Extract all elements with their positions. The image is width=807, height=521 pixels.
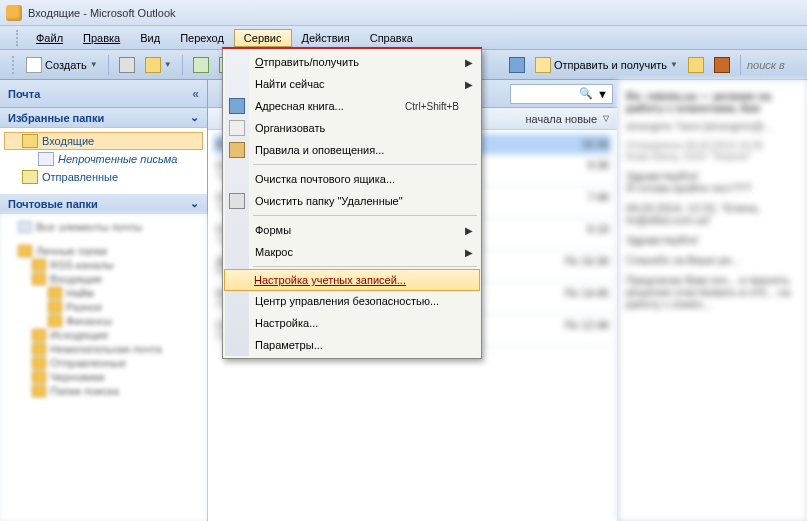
send-receive-label: Отправить и получить xyxy=(554,59,667,71)
mi-label: Адресная книга... xyxy=(255,100,344,112)
favorites-label: Избранные папки xyxy=(8,112,104,124)
menu-highlight-bar xyxy=(222,47,482,49)
menu-customize[interactable]: Настройка... xyxy=(225,312,479,334)
reading-pane: Re: rabota.ua — резюме на работу с клиен… xyxy=(617,80,807,521)
chevron-icon[interactable]: ⌄ xyxy=(190,197,199,210)
navigation-pane: Почта « Избранные папки ⌄ Входящие Непро… xyxy=(0,80,208,521)
mail-folders-header[interactable]: Почтовые папки ⌄ xyxy=(0,194,207,214)
folder-button[interactable] xyxy=(684,55,708,75)
chevron-down-icon[interactable]: ▼ xyxy=(670,60,678,69)
mi-label: Центр управления безопасностью... xyxy=(255,295,439,307)
mail-header-label: Почта xyxy=(8,88,40,100)
toolbar-grip[interactable] xyxy=(12,56,18,74)
inbox-label: Входящие xyxy=(42,135,94,147)
reading-subject: Re: rabota.ua — резюме на работу с клиен… xyxy=(626,90,799,114)
rules-icon xyxy=(229,142,245,158)
separator xyxy=(740,55,741,75)
menu-separator xyxy=(253,164,477,165)
menu-options[interactable]: Параметры... xyxy=(225,334,479,356)
menu-edit[interactable]: Правка xyxy=(73,29,130,47)
mi-label: Формы xyxy=(255,224,291,236)
help-button[interactable] xyxy=(710,55,734,75)
outlook-icon xyxy=(6,5,22,21)
menu-account-settings[interactable]: Настройка учетных записей... xyxy=(224,269,480,291)
menu-empty-deleted[interactable]: Очистить папку "Удаленные" xyxy=(225,190,479,212)
menu-service[interactable]: Сервис xyxy=(234,29,292,47)
favorite-folders: Входящие Непрочтенные письма Отправленны… xyxy=(0,128,207,194)
mi-label: тправить/получить xyxy=(264,56,359,68)
reply-button[interactable] xyxy=(189,55,213,75)
menu-trust-center[interactable]: Центр управления безопасностью... xyxy=(225,290,479,312)
organize-icon xyxy=(229,120,245,136)
mi-label: Настройка... xyxy=(255,317,318,329)
menu-view[interactable]: Вид xyxy=(130,29,170,47)
collapse-icon[interactable]: « xyxy=(192,87,199,101)
menu-organize[interactable]: Организовать xyxy=(225,117,479,139)
submenu-arrow-icon: ▶ xyxy=(465,247,473,258)
menu-find-now[interactable]: Найти сейчас ▶ xyxy=(225,73,479,95)
mi-label: Организовать xyxy=(255,122,325,134)
chevron-down-icon[interactable]: ▽ xyxy=(603,114,609,123)
menu-actions[interactable]: Действия xyxy=(292,29,360,47)
submenu-arrow-icon: ▶ xyxy=(465,79,473,90)
menu-go[interactable]: Переход xyxy=(170,29,234,47)
chevron-down-icon[interactable]: ▼ xyxy=(90,60,98,69)
menu-address-book[interactable]: Адресная книга... Ctrl+Shift+B xyxy=(225,95,479,117)
sort-label: начала новые xyxy=(526,113,597,125)
favorites-header[interactable]: Избранные папки ⌄ xyxy=(0,108,207,128)
folder-unread[interactable]: Непрочтенные письма xyxy=(4,150,203,168)
service-menu: Отправить/получить ▶ Найти сейчас ▶ Адре… xyxy=(222,48,482,359)
menu-macros[interactable]: Макрос ▶ xyxy=(225,241,479,263)
search-input[interactable] xyxy=(747,59,807,71)
window-title: Входящие - Microsoft Outlook xyxy=(28,7,176,19)
chevron-down-icon[interactable]: ▼ xyxy=(164,60,172,69)
mail-panel-header[interactable]: Почта « xyxy=(0,80,207,108)
create-label: Создать xyxy=(45,59,87,71)
mi-shortcut: Ctrl+Shift+B xyxy=(405,101,459,112)
mi-label: Настройка учетных записей... xyxy=(254,274,406,286)
address-book-button[interactable] xyxy=(505,55,529,75)
folder-sent[interactable]: Отправленные xyxy=(4,168,203,186)
print-icon xyxy=(119,57,135,73)
menu-forms[interactable]: Формы ▶ xyxy=(225,219,479,241)
submenu-arrow-icon: ▶ xyxy=(465,57,473,68)
categories-button[interactable]: ▼ xyxy=(141,55,176,75)
menu-separator xyxy=(253,266,477,267)
folder-icon xyxy=(688,57,704,73)
folders-label: Почтовые папки xyxy=(8,198,98,210)
help-book-icon xyxy=(714,57,730,73)
menubar-grip[interactable] xyxy=(16,30,22,46)
separator xyxy=(182,55,183,75)
mi-label: Найти сейчас xyxy=(255,78,325,90)
print-button[interactable] xyxy=(115,55,139,75)
create-button[interactable]: Создать ▼ xyxy=(22,55,102,75)
separator xyxy=(108,55,109,75)
chevron-icon[interactable]: ⌄ xyxy=(190,111,199,124)
mi-label: Очистить папку "Удаленные" xyxy=(255,195,403,207)
send-receive-icon xyxy=(535,57,551,73)
reading-from: strangere Таня [strangere@... xyxy=(626,120,799,132)
menu-rules[interactable]: Правила и оповещения... xyxy=(225,139,479,161)
categories-icon xyxy=(145,57,161,73)
unread-label: Непрочтенные письма xyxy=(58,153,177,165)
search-folder-icon xyxy=(38,152,54,166)
list-search[interactable]: 🔍 ▼ xyxy=(510,84,613,104)
search-icon[interactable]: 🔍 xyxy=(579,87,593,100)
address-book-icon xyxy=(509,57,525,73)
folder-inbox[interactable]: Входящие xyxy=(4,132,203,150)
trash-icon xyxy=(229,193,245,209)
menu-file[interactable]: Файл xyxy=(26,29,73,47)
menu-help[interactable]: Справка xyxy=(360,29,423,47)
sent-icon xyxy=(22,170,38,184)
menu-mailbox-cleanup[interactable]: Очистка почтового ящика... xyxy=(225,168,479,190)
inbox-icon xyxy=(22,134,38,148)
reply-icon xyxy=(193,57,209,73)
submenu-arrow-icon: ▶ xyxy=(465,225,473,236)
address-book-icon xyxy=(229,98,245,114)
folder-tree[interactable]: Все элементы почты Личные папки RSS-кана… xyxy=(0,214,207,521)
send-receive-button[interactable]: Отправить и получить ▼ xyxy=(531,55,682,75)
chevron-down-icon[interactable]: ▼ xyxy=(597,88,608,100)
menu-send-receive[interactable]: Отправить/получить ▶ xyxy=(225,51,479,73)
sent-label: Отправленные xyxy=(42,171,118,183)
mi-label: Очистка почтового ящика... xyxy=(255,173,395,185)
